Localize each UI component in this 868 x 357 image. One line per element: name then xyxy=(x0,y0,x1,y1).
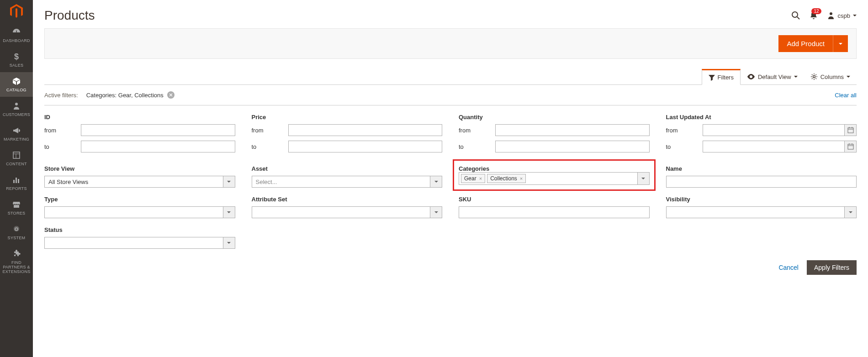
chevron-down-icon xyxy=(641,177,645,180)
last-updated-to-input[interactable] xyxy=(703,141,845,152)
filter-price: Price from to xyxy=(252,114,443,157)
attribute-set-select[interactable] xyxy=(252,206,443,218)
svg-rect-6 xyxy=(16,178,17,183)
field-label: Asset xyxy=(252,165,443,172)
type-select[interactable] xyxy=(44,206,235,218)
filter-asset: Asset Select... xyxy=(252,165,443,188)
user-icon xyxy=(12,101,21,110)
sidebar-item-catalog[interactable]: CATALOG xyxy=(0,72,33,97)
sidebar-label: CONTENT xyxy=(6,162,27,166)
svg-point-9 xyxy=(792,12,798,17)
calendar-icon xyxy=(847,143,854,150)
sidebar-item-sales[interactable]: $ SALES xyxy=(0,47,33,72)
remove-tag-button[interactable]: × xyxy=(520,176,523,181)
puzzle-icon xyxy=(12,249,21,258)
box-icon xyxy=(12,77,21,86)
select-value: All Store Views xyxy=(45,176,223,187)
field-label: Store View xyxy=(44,165,235,172)
sidebar-label: CUSTOMERS xyxy=(3,112,30,117)
sku-input[interactable] xyxy=(459,206,650,218)
magento-logo[interactable] xyxy=(0,0,33,23)
status-select[interactable] xyxy=(44,237,235,249)
add-product-dropdown[interactable] xyxy=(833,35,848,52)
remove-tag-button[interactable]: × xyxy=(479,176,482,181)
store-view-select[interactable]: All Store Views xyxy=(44,176,235,188)
name-input[interactable] xyxy=(666,176,857,188)
active-filters-label: Active filters: xyxy=(44,92,78,99)
asset-select[interactable]: Select... xyxy=(252,176,443,188)
svg-line-10 xyxy=(797,17,799,19)
categories-multiselect[interactable]: Gear × Collections × xyxy=(459,172,650,185)
active-filters-bar: Active filters: Categories: Gear, Collec… xyxy=(44,91,857,105)
select-arrow xyxy=(844,207,856,218)
active-filter-chip: Categories: Gear, Collections xyxy=(86,91,175,99)
visibility-select[interactable] xyxy=(666,206,857,218)
select-value xyxy=(45,237,223,248)
cancel-button[interactable]: Cancel xyxy=(778,260,799,275)
clear-all-link[interactable]: Clear all xyxy=(835,92,857,99)
last-updated-from-input[interactable] xyxy=(703,125,845,136)
columns-toggle[interactable]: Columns xyxy=(804,69,857,84)
sidebar-item-system[interactable]: SYSTEM xyxy=(0,220,33,245)
quantity-to-input[interactable] xyxy=(495,141,650,152)
remove-filter-button[interactable] xyxy=(167,91,175,99)
quantity-from-input[interactable] xyxy=(495,124,650,136)
search-button[interactable] xyxy=(791,11,800,20)
select-value xyxy=(252,207,430,218)
calendar-icon xyxy=(847,127,854,133)
field-label: ID xyxy=(44,114,235,121)
sidebar-label: FIND PARTNERS & EXTENSIONS xyxy=(1,260,32,274)
to-label: to xyxy=(44,143,81,150)
view-toggle[interactable]: Default View xyxy=(741,69,804,84)
field-label: Status xyxy=(44,226,235,233)
add-product-button[interactable]: Add Product xyxy=(778,35,833,52)
tag-text: Collections xyxy=(490,175,517,182)
sidebar-item-stores[interactable]: STORES xyxy=(0,195,33,220)
apply-filters-button[interactable]: Apply Filters xyxy=(807,260,857,275)
field-label: SKU xyxy=(459,196,650,203)
sidebar-item-marketing[interactable]: MARKETING xyxy=(0,121,33,146)
date-picker-button[interactable] xyxy=(844,141,856,152)
svg-point-12 xyxy=(813,76,815,78)
chevron-down-icon xyxy=(434,210,438,214)
dollar-icon: $ xyxy=(12,52,21,61)
select-value xyxy=(667,207,845,218)
price-from-input[interactable] xyxy=(288,124,443,136)
from-label: from xyxy=(252,127,288,134)
chevron-down-icon xyxy=(434,180,438,184)
price-to-input[interactable] xyxy=(288,141,443,152)
id-from-input[interactable] xyxy=(81,124,235,136)
filter-quantity: Quantity from to xyxy=(459,114,650,157)
chevron-down-icon xyxy=(227,241,231,245)
svg-text:$: $ xyxy=(14,52,19,61)
to-label: to xyxy=(252,143,288,150)
filter-attribute-set: Attribute Set xyxy=(252,196,443,218)
sidebar-item-dashboard[interactable]: DASHBOARD xyxy=(0,23,33,47)
notifications-button[interactable]: 12 xyxy=(810,11,818,20)
svg-rect-5 xyxy=(13,180,15,183)
sidebar-label: SYSTEM xyxy=(8,236,26,240)
user-menu[interactable]: cspb xyxy=(827,11,857,20)
to-label: to xyxy=(666,143,703,150)
sidebar-item-reports[interactable]: REPORTS xyxy=(0,171,33,195)
filters-toggle[interactable]: Filters xyxy=(702,69,741,85)
select-arrow xyxy=(430,207,442,218)
page-icon xyxy=(12,151,21,160)
field-label: Attribute Set xyxy=(252,196,443,203)
chip-text: Categories: Gear, Collections xyxy=(86,92,164,99)
field-label: Price xyxy=(252,114,443,121)
sidebar-label: DASHBOARD xyxy=(3,38,30,43)
storefront-icon xyxy=(12,200,21,209)
date-picker-button[interactable] xyxy=(844,125,856,136)
from-label: from xyxy=(44,127,81,134)
sidebar-item-customers[interactable]: CUSTOMERS xyxy=(0,97,33,121)
page-header: Products 12 cspb xyxy=(33,0,868,28)
chevron-down-icon xyxy=(849,210,852,214)
id-to-input[interactable] xyxy=(81,141,235,152)
sidebar: DASHBOARD $ SALES CATALOG CUSTOMERS MARK… xyxy=(0,0,33,357)
svg-rect-13 xyxy=(848,128,853,133)
sidebar-item-content[interactable]: CONTENT xyxy=(0,146,33,171)
default-view-label: Default View xyxy=(758,74,791,80)
sidebar-item-partners[interactable]: FIND PARTNERS & EXTENSIONS xyxy=(0,245,33,278)
filter-id: ID from to xyxy=(44,114,235,157)
